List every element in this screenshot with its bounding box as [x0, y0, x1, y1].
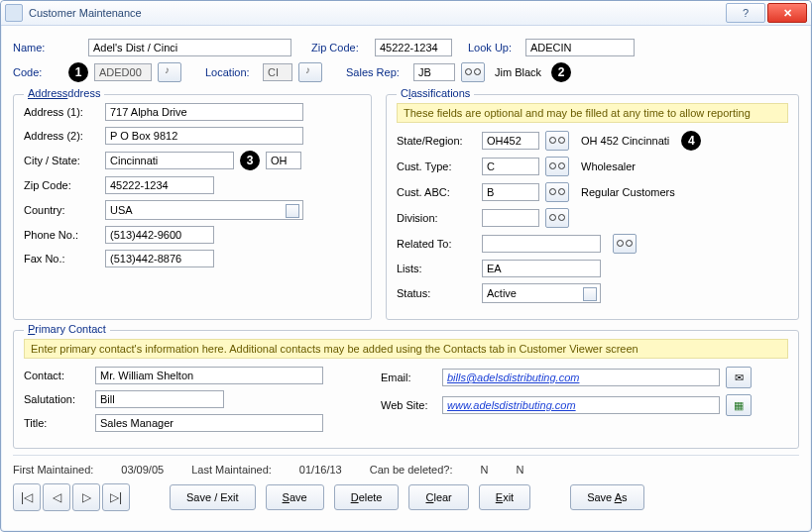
custtype-input[interactable]	[482, 158, 539, 175]
relatedto-label: Related To:	[397, 238, 476, 250]
clear-button[interactable]: Clear	[408, 484, 468, 510]
envelope-icon: ✉	[735, 372, 744, 384]
callout-1: 1	[68, 62, 88, 82]
nav-next-button[interactable]: ▷	[72, 483, 100, 511]
custabc-input[interactable]	[482, 183, 539, 201]
classifications-legend: Classifications	[397, 87, 474, 99]
location-lookup-button[interactable]	[298, 62, 322, 82]
nav-last-button[interactable]: ▷|	[102, 483, 130, 511]
toolbar: |◁ ◁ ▷ ▷| Save / Exit Save Delete Clear …	[13, 483, 799, 511]
title-label: Title:	[24, 417, 89, 429]
lookup-input[interactable]	[525, 39, 635, 56]
fax-label: Fax No.:	[24, 253, 99, 265]
can-be-deleted-value-1: N	[480, 464, 488, 476]
primary-contact-hint: Enter primary contact's information here…	[24, 339, 788, 359]
fax-input[interactable]	[105, 250, 214, 267]
lists-label: Lists:	[397, 263, 476, 274]
addr-zip-label: Zip Code:	[24, 179, 99, 191]
can-be-deleted-label: Can be deleted?:	[370, 464, 453, 476]
addr2-input[interactable]	[105, 127, 303, 145]
location-label: Location:	[205, 66, 257, 78]
email-label: Email:	[381, 372, 436, 383]
first-maintained-value: 03/09/05	[121, 464, 164, 476]
salesrep-name: Jim Black	[495, 66, 541, 78]
callout-4: 4	[681, 131, 701, 151]
custtype-lookup-button[interactable]	[545, 157, 569, 176]
close-button[interactable]: ✕	[767, 3, 807, 23]
salesrep-label: Sales Rep:	[346, 66, 407, 78]
save-as-button[interactable]: Save As	[570, 484, 643, 510]
delete-button[interactable]: Delete	[334, 484, 400, 510]
addr1-label: Address (1):	[24, 106, 99, 118]
first-maintained-label: First Maintained:	[13, 464, 93, 476]
addr1-input[interactable]	[105, 103, 303, 121]
maintenance-info-row: First Maintained: 03/09/05 Last Maintain…	[13, 455, 799, 476]
address-group: Addressddress Address (1): Address (2): …	[13, 94, 372, 320]
website-link[interactable]: www.adelsdistributing.com	[447, 399, 576, 411]
help-button[interactable]: ?	[726, 3, 765, 23]
salesrep-input[interactable]	[413, 63, 455, 81]
status-select[interactable]: Active	[482, 283, 601, 303]
email-button[interactable]: ✉	[726, 367, 752, 388]
can-be-deleted-value-2: N	[516, 464, 523, 476]
lookup-label: Look Up:	[468, 42, 520, 53]
window-title: Customer Maintenance	[29, 7, 726, 19]
phone-label: Phone No.:	[24, 229, 99, 241]
country-select[interactable]: USA	[105, 200, 303, 220]
custtype-desc: Wholesaler	[581, 160, 636, 172]
status-label: Status:	[397, 287, 476, 299]
name-input[interactable]	[88, 39, 291, 56]
stateregion-label: State/Region:	[397, 135, 476, 147]
city-input[interactable]	[105, 152, 234, 169]
addr-zip-input[interactable]	[105, 176, 214, 194]
stateregion-lookup-button[interactable]	[545, 131, 569, 151]
app-icon	[5, 4, 23, 22]
classifications-hint: These fields are optional and may be fil…	[397, 103, 788, 123]
salesrep-lookup-button[interactable]	[461, 62, 485, 82]
nav-first-button[interactable]: |◁	[13, 483, 41, 511]
custabc-lookup-button[interactable]	[545, 182, 569, 202]
stateregion-desc: OH 452 Cincinnati	[581, 135, 669, 147]
nav-prev-button[interactable]: ◁	[43, 483, 70, 511]
lists-input[interactable]	[482, 260, 601, 277]
zipcode-label: Zip Code:	[311, 42, 369, 53]
code-label: Code:	[13, 66, 62, 78]
division-lookup-button[interactable]	[545, 208, 569, 228]
phone-input[interactable]	[105, 226, 214, 244]
website-button[interactable]: ▦	[726, 394, 752, 416]
title-input[interactable]	[95, 414, 323, 432]
country-label: Country:	[24, 204, 99, 216]
custabc-label: Cust. ABC:	[397, 186, 476, 198]
state-input[interactable]	[266, 152, 301, 169]
code-input	[94, 63, 152, 81]
salutation-input[interactable]	[95, 390, 224, 408]
code-lookup-button[interactable]	[158, 62, 181, 82]
custtype-label: Cust. Type:	[397, 160, 476, 172]
relatedto-lookup-button[interactable]	[613, 234, 637, 254]
primary-contact-group: Primary Contact Enter primary contact's …	[13, 330, 799, 449]
addr2-label: Address (2):	[24, 130, 99, 142]
last-maintained-value: 01/16/13	[299, 464, 342, 476]
customer-maintenance-window: Customer Maintenance ? ✕ Name: Zip Code:…	[0, 0, 812, 532]
save-exit-button[interactable]: Save / Exit	[170, 484, 256, 510]
callout-3: 3	[240, 151, 260, 170]
address-legend: Addressddress	[24, 87, 104, 99]
save-button[interactable]: Save	[266, 484, 324, 510]
stateregion-input[interactable]	[482, 132, 539, 150]
globe-icon: ▦	[734, 399, 744, 412]
contact-input[interactable]	[95, 367, 323, 384]
location-input	[263, 63, 292, 81]
relatedto-input[interactable]	[482, 235, 601, 253]
exit-button[interactable]: Exit	[479, 484, 530, 510]
website-label: Web Site:	[381, 399, 436, 411]
zipcode-input[interactable]	[375, 39, 452, 56]
name-label: Name:	[13, 42, 82, 53]
last-maintained-label: Last Maintained:	[191, 464, 272, 476]
contact-label: Contact:	[24, 370, 89, 381]
email-field[interactable]: bills@adelsdistributing.com	[442, 369, 720, 386]
classifications-group: Classifications These fields are optiona…	[386, 94, 799, 320]
division-label: Division:	[397, 212, 476, 224]
email-link[interactable]: bills@adelsdistributing.com	[447, 372, 579, 383]
division-input[interactable]	[482, 209, 539, 227]
website-field[interactable]: www.adelsdistributing.com	[442, 396, 720, 414]
